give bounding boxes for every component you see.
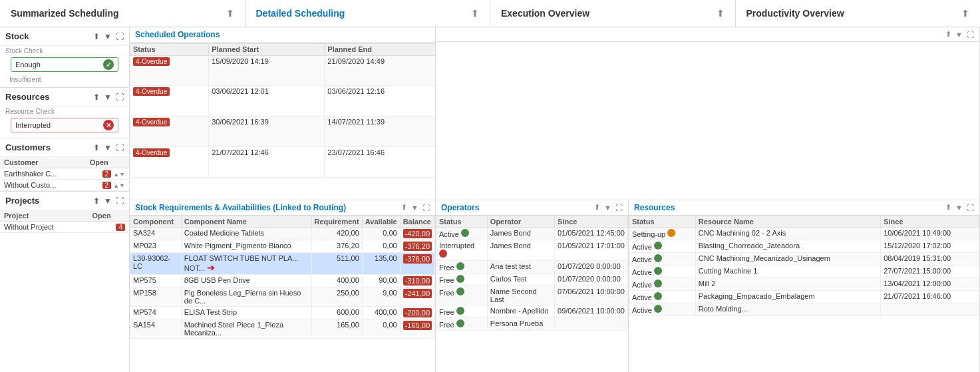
- projects-row[interactable]: Without Project 4: [0, 222, 129, 233]
- nav-summarized-scheduling[interactable]: Summarized Scheduling ⬆: [0, 0, 245, 27]
- balance-badge: -200,00: [403, 308, 432, 317]
- resources-export-icon[interactable]: ⬆: [93, 93, 100, 102]
- customers-row[interactable]: Without Custo... 2 ▲▼: [0, 180, 129, 191]
- scheduled-ops-header: Scheduled Operations: [130, 27, 435, 43]
- customers-expand-icon[interactable]: ⛶: [116, 143, 124, 152]
- stock-req-filter-icon[interactable]: ▼: [411, 204, 418, 212]
- resource-interrupted-icon: ✕: [103, 120, 114, 130]
- stock-req-row[interactable]: L30-93062-LC FLOAT SWITCH TUBE NUT PLA..…: [130, 252, 435, 274]
- stock-req-table-area[interactable]: Component Component Name Requirement Ava…: [130, 216, 435, 373]
- operators-table-area[interactable]: Status Operator Since Active James Bond …: [436, 216, 628, 373]
- projects-export-icon[interactable]: ⬆: [93, 196, 100, 206]
- resources-right-table: Status Resource Name Since Setting-up CN…: [629, 216, 979, 316]
- resources-right-row[interactable]: Active Packaging_Empacado_Embalagem 21/0…: [629, 290, 979, 303]
- stock-req-row[interactable]: SA154 Machined Steel Piece 1_Pieza Mecan…: [130, 319, 435, 338]
- projects-expand-icon[interactable]: ⛶: [116, 196, 124, 206]
- row-planned-end: 14/07/2021 11:39: [325, 116, 435, 147]
- res-status-icon: [654, 305, 662, 313]
- stock-req-row[interactable]: SA324 Coated Medicine Tablets 420,00 0,0…: [130, 227, 435, 240]
- stock-req-row[interactable]: MP023 White Pigment_Pigmento Bianco 376,…: [130, 240, 435, 252]
- scheduled-ops-table-area[interactable]: Status Planned Start Planned End Resourc…: [130, 43, 435, 200]
- op-status: Free: [436, 273, 488, 285]
- op-status: Free: [436, 305, 488, 317]
- stock-enough-row[interactable]: Enough ✓: [11, 57, 118, 72]
- balance-badge: -420,00: [403, 229, 432, 238]
- customers-row[interactable]: Earthshaker C... 2 ▲▼: [0, 168, 129, 180]
- stock-filter-icon[interactable]: ▼: [104, 32, 112, 41]
- op-operator: Ana test test: [487, 260, 554, 273]
- resource-interrupted-row[interactable]: Interrupted ✕: [11, 118, 118, 132]
- operators-expand-icon[interactable]: ⛶: [615, 204, 623, 212]
- scheduled-ops-row[interactable]: 4-Overdue 03/06/2021 12:01 03/06/2021 12…: [130, 86, 436, 116]
- operators-filter-icon[interactable]: ▼: [604, 204, 611, 212]
- customer-open: 2 ▲▼: [86, 180, 129, 191]
- req-balance: -241,00: [400, 287, 434, 306]
- exec-filter-icon[interactable]: ▼: [955, 31, 963, 39]
- projects-table: Project Open Without Project 4: [0, 210, 129, 233]
- resources-right-row[interactable]: Active CNC Machining_Mecanizado_Usinagem…: [629, 252, 979, 265]
- export-icon-execution[interactable]: ⬆: [717, 8, 725, 19]
- res-status: Active: [629, 240, 696, 252]
- resources-right-row[interactable]: Active Mill 2 13/04/2021 12:00:00: [629, 278, 979, 290]
- resources-right-row[interactable]: Active Blasting_Chorreado_Jateadora 15/1…: [629, 240, 979, 252]
- res-status-icon: [654, 242, 662, 250]
- resources-expand-icon[interactable]: ⛶: [116, 93, 124, 102]
- nav-productivity-overview[interactable]: Productivity Overview ⬆: [736, 0, 981, 27]
- scroll-icon[interactable]: ▲▼: [113, 171, 125, 178]
- resources-right-row[interactable]: Active Cutting Machine 1 27/07/2021 15:0…: [629, 265, 979, 278]
- op-since: [555, 317, 628, 330]
- export-icon-summarized[interactable]: ⬆: [226, 8, 234, 19]
- op-status-icon: [461, 229, 469, 237]
- customers-export-icon[interactable]: ⬆: [93, 143, 100, 152]
- scheduled-ops-row[interactable]: 4-Overdue 15/09/2020 14:19 21/09/2020 14…: [130, 55, 436, 86]
- stock-req-row[interactable]: MP158 Pig Boneless Leg_Pierna sin Hueso …: [130, 287, 435, 306]
- nav-detailed-scheduling[interactable]: Detailed Scheduling ⬆: [245, 0, 491, 27]
- projects-filter-icon[interactable]: ▼: [104, 196, 112, 206]
- export-icon-productivity[interactable]: ⬆: [961, 8, 969, 19]
- scheduled-ops-row[interactable]: 4-Overdue 21/07/2021 12:46 23/07/2021 16…: [130, 146, 436, 177]
- stock-export-icon[interactable]: ⬆: [93, 32, 100, 41]
- operators-row[interactable]: Free Persona Prueba: [436, 317, 628, 330]
- operators-row[interactable]: Free Carlos Test 01/07/2020 0:00:00: [436, 273, 628, 285]
- resources-right-row[interactable]: Setting-up CNC Machining 02 - 2 Axis 10/…: [629, 227, 979, 240]
- operators-export-icon[interactable]: ⬆: [594, 203, 600, 212]
- resources-right-row[interactable]: Active Roto Molding...: [629, 303, 979, 315]
- projects-title: Projects: [5, 196, 89, 206]
- customers-col-customer: Customer: [0, 157, 86, 168]
- stock-req-expand-icon[interactable]: ⛶: [422, 204, 430, 212]
- stock-req-row[interactable]: MP575 8GB USB Pen Drive 400,00 90,00 -31…: [130, 274, 435, 287]
- req-requirement: 165,00: [311, 319, 362, 338]
- res-name: CNC Machining 02 - 2 Axis: [695, 227, 880, 240]
- stock-section: Stock ⬆ ▼ ⛶ Stock Check Enough ✓ Insuffi…: [0, 27, 129, 88]
- exec-expand-icon[interactable]: ⛶: [967, 31, 974, 39]
- export-icon-detailed[interactable]: ⬆: [471, 8, 479, 19]
- operators-row[interactable]: Free Nombre - Apellido 09/06/2021 10:00:…: [436, 305, 628, 317]
- operators-row[interactable]: Free Name Second Last 07/06/2021 10:00:0…: [436, 285, 628, 305]
- scheduled-ops-row[interactable]: 4-Overdue 30/06/2021 16:39 14/07/2021 11…: [130, 116, 436, 147]
- scroll-icon[interactable]: ▲▼: [113, 182, 125, 189]
- nav-execution-overview[interactable]: Execution Overview ⬆: [490, 0, 736, 27]
- resources-right-expand-icon[interactable]: ⛶: [967, 204, 974, 212]
- operators-row[interactable]: Interrupted James Bond 01/05/2021 17:01:…: [436, 240, 628, 260]
- stock-expand-icon[interactable]: ⛶: [116, 32, 124, 41]
- res-status-icon: [667, 229, 675, 237]
- req-requirement: 400,00: [311, 274, 362, 287]
- resources-right-table-area[interactable]: Status Resource Name Since Setting-up CN…: [629, 216, 979, 373]
- customers-table: Customer Open Earthshaker C... 2 ▲▼ With…: [0, 157, 129, 191]
- nav-title-productivity: Productivity Overview: [746, 8, 844, 19]
- resources-right-export-icon[interactable]: ⬆: [945, 203, 951, 212]
- resources-right-filter-icon[interactable]: ▼: [955, 204, 963, 212]
- customers-filter-icon[interactable]: ▼: [104, 143, 112, 152]
- res-since: 10/06/2021 10:49:00: [881, 227, 979, 240]
- stock-req-row[interactable]: MP574 ELISA Test Strip 600,00 400,00 -20…: [130, 306, 435, 319]
- req-name: 8GB USB Pen Drive: [181, 274, 311, 287]
- res-status-icon: [654, 279, 662, 287]
- exec-export-icon[interactable]: ⬆: [945, 30, 951, 39]
- resources-filter-icon[interactable]: ▼: [104, 93, 112, 102]
- operators-row[interactable]: Active James Bond 01/05/2021 12:45:00: [436, 227, 628, 240]
- operators-table: Status Operator Since Active James Bond …: [436, 216, 628, 331]
- req-available: 0,00: [362, 319, 400, 338]
- stock-req-export-icon[interactable]: ⬆: [401, 203, 407, 212]
- row-planned-end: 23/07/2021 16:46: [325, 146, 435, 177]
- operators-row[interactable]: Free Ana test test 01/07/2020 0:00:00: [436, 260, 628, 273]
